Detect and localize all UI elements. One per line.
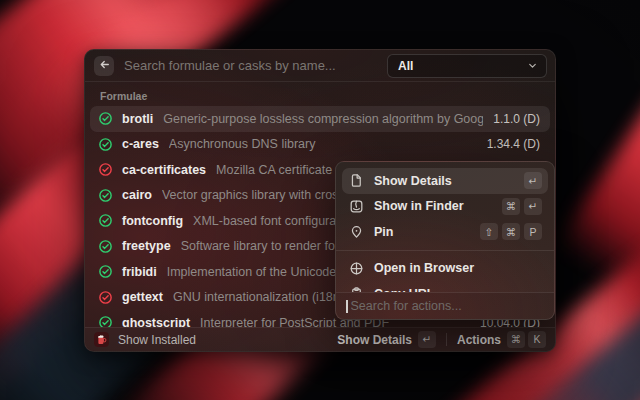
menu-item-copy-url[interactable]: Copy URL <box>342 281 548 292</box>
search-input[interactable]: Search formulae or casks by name... <box>124 58 387 73</box>
menu-item-pin[interactable]: Pin⇧⌘P <box>342 219 548 245</box>
menu-item-label: Pin <box>374 225 480 239</box>
chevron-down-icon <box>527 57 538 75</box>
key-chip: ⇧ <box>480 223 498 240</box>
menu-item-open-in-browser[interactable]: Open in Browser <box>342 256 548 282</box>
launcher-window: Search formulae or casks by name... All … <box>84 49 556 352</box>
search-header: Search formulae or casks by name... All <box>85 50 555 82</box>
installed-check-icon <box>98 264 113 279</box>
outdated-check-icon <box>98 162 113 177</box>
actions-keys: ⌘K <box>507 331 546 348</box>
formula-row[interactable]: brotliGeneric-purpose lossless compressi… <box>90 106 550 132</box>
formula-name: gettext <box>122 290 163 304</box>
menu-item-show-details[interactable]: Show Details↵ <box>342 168 548 194</box>
pin-icon <box>349 224 364 239</box>
menu-item-shortcut: ⌘↵ <box>502 198 542 215</box>
formula-name: brotli <box>122 112 153 126</box>
formula-name: freetype <box>122 239 171 253</box>
command-title: Show Installed <box>118 333 196 347</box>
show-details-keys: ↵ <box>418 331 436 348</box>
homebrew-icon <box>94 332 109 347</box>
installed-check-icon <box>98 239 113 254</box>
key-chip: ⌘ <box>502 223 520 240</box>
actions-search-field[interactable]: Search for actions... <box>336 292 554 319</box>
finder-icon <box>349 199 364 214</box>
menu-item-show-in-finder[interactable]: Show in Finder⌘↵ <box>342 194 548 220</box>
actions-menu-list: Show Details↵Show in Finder⌘↵Pin⇧⌘POpen … <box>336 162 554 292</box>
installed-check-icon <box>98 315 113 327</box>
document-icon <box>349 173 364 188</box>
formula-name: fribidi <box>122 265 157 279</box>
formula-name: ghostscript <box>122 316 190 327</box>
show-details-label: Show Details <box>337 333 412 347</box>
key-chip: K <box>528 331 546 348</box>
menu-item-shortcut: ⇧⌘P <box>480 223 542 240</box>
formula-description: Generic-purpose lossless compression alg… <box>163 112 483 126</box>
formula-row[interactable]: c-aresAsynchronous DNS library1.34.4 (D) <box>90 132 550 158</box>
outdated-check-icon <box>98 290 113 305</box>
actions-search-placeholder: Search for actions... <box>351 299 462 313</box>
menu-item-label: Show Details <box>374 174 524 188</box>
key-chip: ↵ <box>418 331 436 348</box>
globe-icon <box>349 261 364 276</box>
formula-version: 1.34.4 (D) <box>487 137 540 151</box>
formula-name: cairo <box>122 188 152 202</box>
footer-divider <box>446 333 447 346</box>
footer-bar: Show Installed Show Details ↵ Actions ⌘K <box>85 327 555 351</box>
key-chip: ↵ <box>524 198 542 215</box>
formula-description: Asynchronous DNS library <box>169 137 477 151</box>
menu-item-label: Show in Finder <box>374 199 502 213</box>
arrow-left-icon <box>98 57 111 75</box>
actions-menu: Show Details↵Show in Finder⌘↵Pin⇧⌘POpen … <box>335 161 555 320</box>
menu-item-label: Open in Browser <box>374 261 542 275</box>
formula-version: 1.1.0 (D) <box>493 112 540 126</box>
filter-selected-value: All <box>398 59 527 73</box>
text-caret <box>346 300 348 313</box>
key-chip: P <box>524 223 542 240</box>
formula-name: ca-certificates <box>122 163 206 177</box>
back-button[interactable] <box>94 56 114 76</box>
show-details-action-button[interactable]: Show Details ↵ <box>337 331 436 348</box>
key-chip: ⌘ <box>502 198 520 215</box>
installed-check-icon <box>98 213 113 228</box>
actions-button[interactable]: Actions ⌘K <box>457 331 546 348</box>
key-chip: ⌘ <box>507 331 525 348</box>
actions-label: Actions <box>457 333 501 347</box>
formula-name: fontconfig <box>122 214 183 228</box>
filter-dropdown[interactable]: All <box>387 54 547 78</box>
section-label-formulae: Formulae <box>100 90 147 102</box>
menu-item-shortcut: ↵ <box>524 172 542 189</box>
installed-check-icon <box>98 111 113 126</box>
installed-check-icon <box>98 137 113 152</box>
key-chip: ↵ <box>524 172 542 189</box>
formula-name: c-ares <box>122 137 159 151</box>
installed-check-icon <box>98 188 113 203</box>
menu-separator <box>336 250 554 251</box>
